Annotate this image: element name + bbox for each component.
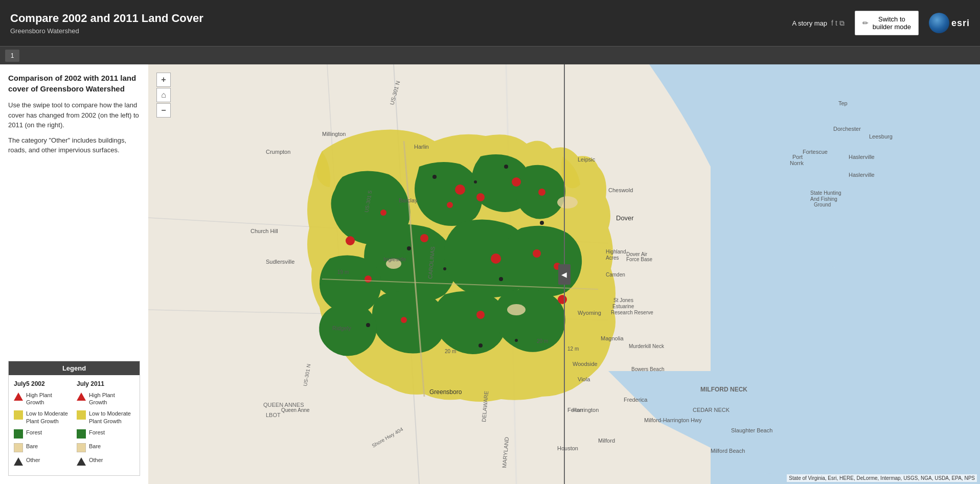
svg-text:Frederica: Frederica bbox=[624, 397, 648, 403]
svg-text:Norrk: Norrk bbox=[790, 160, 804, 166]
zoom-out-button[interactable]: − bbox=[156, 103, 171, 118]
map-area[interactable]: Dover Greensboro Harlin Crumpton Barclay… bbox=[148, 64, 980, 484]
svg-marker-5 bbox=[77, 393, 86, 401]
svg-text:St Jones: St Jones bbox=[613, 297, 633, 303]
svg-text:Murderkill Neck: Murderkill Neck bbox=[629, 343, 665, 349]
svg-point-41 bbox=[366, 323, 370, 327]
pencil-icon: ✏ bbox=[862, 19, 869, 27]
story-map-area: A story map f t ⧉ bbox=[792, 19, 844, 28]
svg-point-37 bbox=[443, 267, 446, 270]
svg-text:Millington: Millington bbox=[322, 131, 346, 137]
legend-item-lmpg-2011: Low to Moderate Plant Growth bbox=[77, 410, 134, 425]
switch-builder-button[interactable]: ✏ Switch tobuilder mode bbox=[855, 11, 919, 35]
facebook-icon[interactable]: f bbox=[831, 19, 833, 28]
legend-label-forest-2002: Forest bbox=[26, 429, 42, 436]
svg-point-24 bbox=[533, 249, 541, 258]
forest-icon-2011 bbox=[77, 429, 86, 439]
legend-label-bare-2002: Bare bbox=[26, 443, 38, 450]
legend-label-other-2002: Other bbox=[26, 456, 40, 464]
svg-text:Harrington: Harrington bbox=[573, 407, 599, 413]
svg-text:Leipsic: Leipsic bbox=[578, 156, 596, 163]
page-title: Compare 2002 and 2011 Land Cover bbox=[10, 12, 792, 25]
svg-text:Dorchester: Dorchester bbox=[833, 126, 861, 132]
legend-item-bare-2011: Bare bbox=[77, 443, 134, 452]
legend-label-bare-2011: Bare bbox=[89, 443, 101, 450]
legend-item-hpg-2011: High Plant Growth bbox=[77, 391, 134, 406]
other-icon-2011 bbox=[77, 457, 86, 466]
svg-text:Viola: Viola bbox=[578, 376, 590, 382]
svg-text:Ground: Ground bbox=[814, 202, 831, 208]
svg-rect-2 bbox=[14, 429, 23, 439]
svg-text:Estuarine: Estuarine bbox=[612, 304, 634, 309]
legend-item-other-2011: Other bbox=[77, 456, 134, 466]
svg-text:MILFORD NECK: MILFORD NECK bbox=[700, 386, 747, 393]
legend-item-lmpg-2002: Low to Moderate Plant Growth bbox=[14, 410, 72, 425]
svg-point-20 bbox=[512, 177, 521, 187]
high-plant-growth-icon-2002 bbox=[14, 392, 23, 401]
swipe-handle[interactable]: ◀ bbox=[557, 64, 572, 484]
svg-point-17 bbox=[455, 185, 465, 195]
map-background: Dover Greensboro Harlin Crumpton Barclay… bbox=[148, 64, 980, 484]
legend-item-bare-2002: Bare bbox=[14, 443, 72, 452]
slide-bar: 1 bbox=[0, 46, 980, 64]
svg-text:Force Base: Force Base bbox=[626, 257, 653, 262]
map-attribution: State of Virginia, Esri, HERE, DeLorme, … bbox=[787, 474, 977, 482]
svg-point-28 bbox=[476, 311, 485, 319]
svg-point-33 bbox=[474, 180, 477, 183]
svg-text:Haslerville: Haslerville bbox=[849, 154, 875, 160]
svg-text:CEDAR NECK: CEDAR NECK bbox=[693, 407, 730, 413]
legend-item-hpg-2002: High Plant Growth bbox=[14, 391, 72, 406]
legend: Legend July5 2002 High Plant Growth bbox=[8, 361, 140, 476]
legend-label-other-2011: Other bbox=[89, 456, 103, 464]
share-icon[interactable]: ⧉ bbox=[839, 19, 845, 28]
svg-point-27 bbox=[401, 317, 407, 323]
svg-point-44 bbox=[507, 304, 526, 315]
zoom-in-button[interactable]: + bbox=[156, 73, 171, 87]
legend-col2-title: July 2011 bbox=[77, 380, 134, 387]
svg-text:Cheswold: Cheswold bbox=[608, 187, 633, 193]
svg-text:20 m: 20 m bbox=[445, 349, 456, 354]
svg-text:Milford Beach: Milford Beach bbox=[711, 448, 745, 454]
social-icons: f t ⧉ bbox=[831, 19, 845, 28]
esri-logo: esri bbox=[929, 13, 970, 33]
legend-header: Legend bbox=[9, 361, 140, 375]
svg-text:Haslerville: Haslerville bbox=[849, 172, 875, 178]
legend-col-2002: July5 2002 High Plant Growth Low to Mod bbox=[14, 380, 72, 470]
main-content: Comparison of 2002 with 2011 land cover … bbox=[0, 64, 980, 484]
svg-text:State Hunting: State Hunting bbox=[810, 190, 841, 196]
svg-text:Ingleside: Ingleside bbox=[383, 256, 406, 262]
svg-text:Leesburg: Leesburg bbox=[869, 133, 893, 140]
svg-text:Woodside: Woodside bbox=[573, 361, 598, 367]
svg-text:Harlin: Harlin bbox=[414, 144, 429, 150]
svg-marker-4 bbox=[14, 457, 23, 466]
home-button[interactable]: ⌂ bbox=[156, 88, 171, 102]
svg-text:Wyoming: Wyoming bbox=[578, 310, 601, 316]
svg-point-19 bbox=[447, 202, 453, 208]
forest-icon-2002 bbox=[14, 429, 23, 439]
twitter-icon[interactable]: t bbox=[835, 19, 837, 28]
slide-number: 1 bbox=[5, 50, 19, 62]
svg-text:Milford: Milford bbox=[598, 437, 615, 444]
header-title-area: Compare 2002 and 2011 Land Cover Greensb… bbox=[10, 12, 792, 35]
svg-text:And Fishing: And Fishing bbox=[810, 196, 837, 202]
svg-point-31 bbox=[380, 210, 386, 216]
svg-point-18 bbox=[476, 193, 485, 201]
svg-rect-3 bbox=[14, 443, 23, 452]
svg-text:Greensboro: Greensboro bbox=[429, 388, 462, 396]
svg-text:Research Reserve: Research Reserve bbox=[611, 310, 653, 315]
svg-text:Bowers Beach: Bowers Beach bbox=[631, 366, 664, 372]
svg-text:Magnolia: Magnolia bbox=[601, 335, 624, 341]
svg-point-38 bbox=[407, 246, 411, 250]
high-plant-growth-icon-2011 bbox=[77, 392, 86, 401]
story-map-label: A story map bbox=[792, 19, 827, 27]
svg-text:Crumpton: Crumpton bbox=[266, 149, 290, 155]
esri-text: esri bbox=[951, 18, 970, 29]
bare-icon-2011 bbox=[77, 443, 86, 452]
swipe-arrow-button[interactable]: ◀ bbox=[558, 264, 571, 285]
svg-point-29 bbox=[364, 275, 372, 283]
legend-item-forest-2002: Forest bbox=[14, 429, 72, 439]
svg-point-34 bbox=[504, 165, 508, 169]
svg-text:Sudlersville: Sudlersville bbox=[266, 259, 294, 265]
svg-text:Queen Anne: Queen Anne bbox=[281, 407, 310, 413]
legend-item-other-2002: Other bbox=[14, 456, 72, 466]
